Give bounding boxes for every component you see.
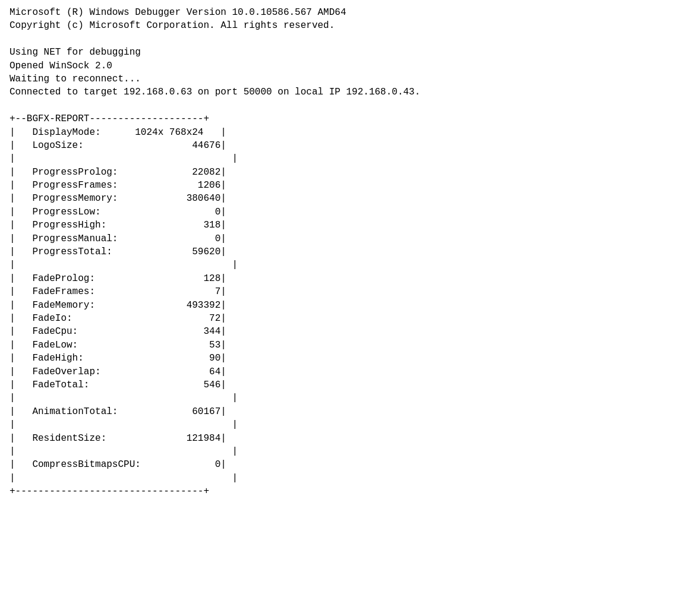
- header-line2: Copyright (c) Microsoft Corporation. All…: [10, 19, 690, 32]
- startup-line2: Opened WinSock 2.0: [10, 59, 690, 72]
- report-row: | |: [10, 445, 259, 458]
- report-row: | LogoSize: 44676|: [10, 139, 259, 152]
- report-row: | ProgressLow: 0|: [10, 206, 259, 219]
- report-row: | |: [10, 152, 259, 165]
- report-row: | |: [10, 418, 259, 431]
- report-row: | ProgressManual: 0|: [10, 232, 259, 245]
- report-row: | ProgressHigh: 318|: [10, 219, 259, 232]
- report-title: +--BGFX-REPORT--------------------+: [10, 112, 259, 125]
- spacer-line: [10, 33, 690, 46]
- report-row: | FadeHigh: 90|: [10, 352, 259, 365]
- report-row: | ResidentSize: 121984|: [10, 432, 259, 445]
- report-row: | AnimationTotal: 60167|: [10, 405, 259, 418]
- report-row: | FadeTotal: 546|: [10, 378, 259, 391]
- startup-line4: Connected to target 192.168.0.63 on port…: [10, 86, 690, 99]
- report-row: | FadeFrames: 7|: [10, 285, 259, 298]
- report-row: | ProgressMemory: 380640|: [10, 192, 259, 205]
- report-row: | FadeLow: 53|: [10, 339, 259, 352]
- report-row: | CompressBitmapsCPU: 0|: [10, 458, 259, 471]
- report-row: | FadeMemory: 493392|: [10, 299, 259, 312]
- report-row: | FadeProlog: 128|: [10, 272, 259, 285]
- startup-line3: Waiting to reconnect...: [10, 72, 690, 86]
- report-body: | DisplayMode: 1024x 768x24 || LogoSize:…: [10, 126, 259, 485]
- report-row: | ProgressFrames: 1206|: [10, 179, 259, 192]
- report-row: | |: [10, 472, 259, 485]
- report-row: | DisplayMode: 1024x 768x24 |: [10, 126, 259, 139]
- terminal-container: Microsoft (R) Windows Debugger Version 1…: [10, 6, 690, 498]
- report-row: | ProgressProlog: 22082|: [10, 166, 259, 179]
- report-row: | FadeOverlap: 64|: [10, 365, 259, 378]
- header-line1: Microsoft (R) Windows Debugger Version 1…: [10, 6, 690, 19]
- report-row: | |: [10, 391, 259, 405]
- spacer-line2: [10, 99, 690, 112]
- report-row: | FadeIo: 72|: [10, 312, 259, 325]
- report-bottom: +---------------------------------+: [10, 485, 259, 498]
- report-box: +--BGFX-REPORT--------------------+ | Di…: [10, 112, 259, 498]
- startup-line1: Using NET for debugging: [10, 46, 690, 59]
- report-row: | |: [10, 258, 259, 271]
- report-row: | ProgressTotal: 59620|: [10, 245, 259, 258]
- report-row: | FadeCpu: 344|: [10, 325, 259, 338]
